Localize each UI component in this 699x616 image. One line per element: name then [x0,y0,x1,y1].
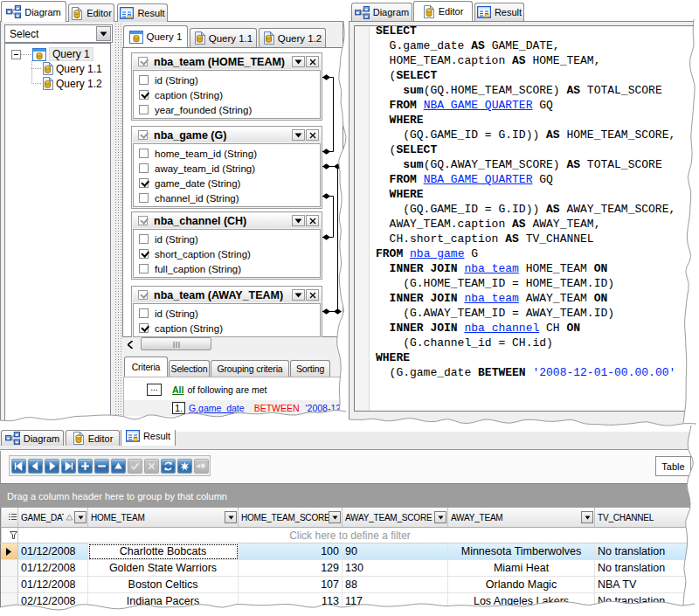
field-row[interactable]: home_team_id (String) [139,146,320,161]
criteria-value-link[interactable]: '2008-12 [306,403,342,413]
table-menu-button[interactable] [292,129,305,141]
table-checkbox[interactable] [138,216,148,225]
query-tab-1-1[interactable]: Query 1.1 [190,28,257,47]
tree-item-query1-2[interactable]: Query 1.2 [42,77,102,90]
tree-item-query1-1[interactable]: Query 1.1 [42,62,102,75]
field-checkbox[interactable] [139,149,149,158]
criteria-operator-link[interactable]: BETWEEN [254,403,300,413]
grid-cell[interactable]: 01/12/2008 [18,560,88,577]
tab-editor[interactable]: Editor [66,430,120,446]
table-checkbox[interactable] [138,290,148,300]
table-close-button[interactable] [306,215,319,226]
nav-cancel-button[interactable] [144,459,159,474]
table-close-button[interactable] [306,56,319,67]
table-card-header[interactable]: nba_team (HOME_TEAM) [133,54,321,69]
nav-star-button[interactable] [177,459,192,474]
grid-cell[interactable]: Los Angeles Lakers [448,593,595,610]
field-checkbox[interactable] [139,264,149,273]
column-filter-button[interactable] [74,511,87,523]
tab-result[interactable]: Result [121,426,176,446]
tab-diagram[interactable]: Diagram [1,1,66,22]
nav-star-arrow-button[interactable] [194,459,209,474]
grid-cell[interactable]: No translation [595,593,699,610]
scrollbar-thumb[interactable] [141,337,211,350]
group-by-band[interactable]: Drag a column header here to group by th… [0,483,699,508]
tab-editor[interactable]: Editor [68,3,114,22]
grid-cell[interactable]: NBA TV [595,577,699,593]
criteria-field-link[interactable]: G.game_date [189,403,245,413]
field-checkbox[interactable] [139,75,149,85]
field-row[interactable]: id (String) [139,306,320,321]
field-row[interactable]: caption (String) [139,321,320,336]
nav-refresh-button[interactable] [161,459,176,474]
table-view-button[interactable]: Table [655,456,691,476]
field-checkbox-checked[interactable] [139,90,149,100]
nav-first-button[interactable] [11,459,26,474]
nav-post-button[interactable] [128,459,142,474]
criteria-tab-sorting[interactable]: Sorting [290,360,330,377]
grid-cell[interactable]: 117 [343,593,448,610]
grid-cell[interactable]: Minnesota Timberwolves [448,543,595,560]
column-filter-button[interactable] [434,511,446,523]
column-filter-button[interactable] [329,511,341,523]
nav-insert-button[interactable] [78,459,93,474]
grid-cell[interactable]: 113 [239,593,343,610]
column-filter-button[interactable] [225,511,237,523]
union-type-combo[interactable]: Select [4,24,113,43]
field-checkbox-checked[interactable] [139,178,149,188]
grid-cell[interactable]: Boston Celtics [88,577,239,593]
grid-cell[interactable]: Charlotte Bobcats [88,543,239,560]
nav-next-button[interactable] [45,459,59,474]
grid-cell[interactable]: 02/12/2008 [18,593,88,610]
column-header-game_date[interactable]: GAME_DATE [18,508,88,527]
field-row[interactable]: year_founded (String) [139,102,320,117]
field-row[interactable]: game_date (String) [139,176,320,190]
field-checkbox-checked[interactable] [139,323,149,333]
column-header-home_team[interactable]: HOME_TEAM [88,508,239,527]
field-checkbox[interactable] [139,234,149,244]
field-row[interactable]: caption (String) [139,87,320,102]
grid-cell[interactable]: 129 [239,560,343,577]
diagram-table-card[interactable]: nba_team (HOME_TEAM)id (String)caption (… [131,52,322,121]
criteria-tab-criteria[interactable]: Criteria [124,356,168,377]
grid-cell[interactable]: 90 [343,543,448,560]
diagram-table-card[interactable]: nba_team (AWAY_TEAM)id (String)caption (… [131,286,322,339]
criteria-tab-grouping[interactable]: Grouping criteria [211,360,289,377]
grid-cell[interactable]: 107 [239,577,343,593]
grid-filter-row[interactable]: Click here to define a filter [0,528,699,543]
table-close-button[interactable] [306,129,319,141]
table-close-button[interactable] [306,289,319,301]
field-checkbox[interactable] [139,308,149,318]
table-card-header[interactable]: nba_game (G) [133,128,321,142]
criteria-tab-selection[interactable]: Selection [169,360,210,377]
grid-cell[interactable]: Indiana Pacers [88,593,239,610]
field-checkbox[interactable] [139,105,149,114]
column-header-away_team_score[interactable]: AWAY_TEAM_SCORE [343,508,448,527]
nav-edit-button[interactable] [111,459,126,474]
table-menu-button[interactable] [292,215,305,226]
table-checkbox[interactable] [138,130,148,140]
grid-cell[interactable]: Miami Heat [448,560,595,577]
grid-cell[interactable]: No translation [595,543,699,560]
diagram-hscrollbar[interactable] [122,337,343,351]
table-menu-button[interactable] [292,289,305,301]
grid-cell[interactable]: No translation [595,560,699,577]
query-tab-1[interactable]: Query 1 [123,25,188,47]
table-card-header[interactable]: nba_team (AWAY_TEAM) [133,287,321,302]
criteria-options-button[interactable]: ... [147,384,162,396]
field-checkbox[interactable] [139,163,149,173]
tab-result[interactable]: Result [474,3,524,21]
tab-result[interactable]: Result [117,3,168,22]
grid-cell[interactable]: 100 [239,543,343,560]
field-row[interactable]: channel_id (String) [139,190,320,205]
table-checkbox[interactable] [138,57,148,66]
grid-row[interactable]: 01/12/2008Boston Celtics10788Orlando Mag… [0,577,699,593]
criteria-quantifier-link[interactable]: All [172,384,183,395]
grid-row[interactable]: 01/12/2008Golden State Warriors129130Mia… [0,560,699,577]
table-card-header[interactable]: nba_channel (CH) [133,213,321,228]
nav-prior-button[interactable] [28,459,43,474]
grid-cell[interactable]: Orlando Magic [448,577,595,593]
diagram-table-card[interactable]: nba_game (G)home_team_id (String)away_te… [131,126,322,209]
tab-diagram[interactable]: Diagram [351,3,412,21]
field-row[interactable]: id (String) [139,232,320,246]
